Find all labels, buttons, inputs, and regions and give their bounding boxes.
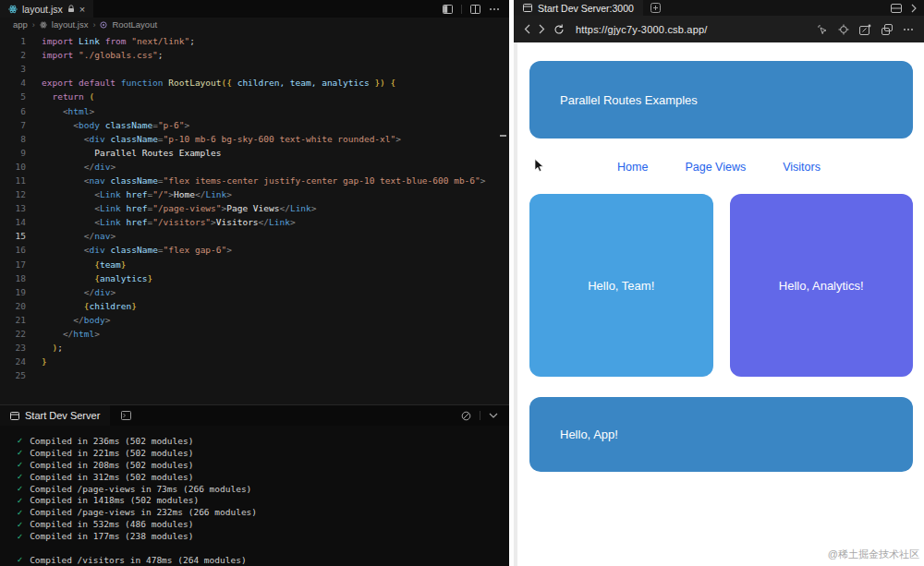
screenshot-icon[interactable] <box>859 24 871 35</box>
code-line: 4export default function RootLayout({ ch… <box>0 76 509 90</box>
browser-window-icon <box>523 4 532 12</box>
clear-terminal-icon[interactable] <box>461 411 471 421</box>
code-text: {team} <box>42 259 127 270</box>
code-line: 19 </div> <box>0 285 509 299</box>
line-number: 14 <box>0 217 26 227</box>
preview-tabbar: Start Dev Server:3000 <box>514 0 924 16</box>
line-number: 19 <box>0 287 26 297</box>
refresh-icon[interactable] <box>553 24 565 35</box>
chevron-right-icon: › <box>32 20 35 30</box>
terminal-line: ✓Compiled in 177ms (238 modules) <box>17 530 509 542</box>
terminal-tab-shell[interactable] <box>110 405 142 426</box>
code-text: </html> <box>42 329 100 339</box>
new-tab-button[interactable] <box>643 0 668 16</box>
terminal-text: Compiled in 312ms (502 modules) <box>30 472 193 482</box>
more-menu-icon[interactable] <box>903 28 914 31</box>
divider <box>480 411 480 420</box>
line-number: 4 <box>0 78 26 88</box>
line-number: 20 <box>0 301 26 311</box>
team-card: Hello, Team! <box>529 194 713 377</box>
terminal-output[interactable]: ✓Compiled in 236ms (502 modules)✓Compile… <box>0 426 509 566</box>
split-preview-icon[interactable] <box>891 4 902 13</box>
chevron-right-icon: › <box>92 20 95 30</box>
duplicate-icon[interactable] <box>881 24 893 35</box>
terminal-text: Compiled in 1418ms (502 modules) <box>30 495 199 505</box>
code-line: 20 {children} <box>0 299 509 313</box>
terminal-tab-dev-server[interactable]: Start Dev Server <box>0 405 110 426</box>
code-text: <Link href="/visitors">Visitors</Link> <box>42 217 296 227</box>
url-field[interactable]: https://gjyc7y-3000.csb.app/ <box>573 24 808 35</box>
crosshair-icon[interactable] <box>838 24 849 35</box>
chevron-down-icon[interactable] <box>489 413 498 418</box>
code-text: </nav> <box>42 231 116 241</box>
code-text: <Link href="/">Home</Link> <box>42 189 232 199</box>
tab-layout-jsx[interactable]: layout.jsx × <box>0 0 93 18</box>
line-number: 2 <box>0 50 26 60</box>
line-number: 22 <box>0 329 26 339</box>
terminal-text: Compiled in 236ms (502 modules) <box>30 436 193 446</box>
code-line: 12 <Link href="/">Home</Link> <box>0 187 509 201</box>
code-text: export default function RootLayout({ chi… <box>42 78 395 88</box>
hero-title: Parallel Routes Examples <box>560 93 698 107</box>
line-number: 1 <box>0 36 26 46</box>
code-line: 17 {team} <box>0 258 509 271</box>
breadcrumb-file[interactable]: layout.jsx <box>52 19 89 30</box>
preview-tab-label: Start Dev Server:3000 <box>538 3 634 14</box>
inspect-pointer-icon[interactable] <box>817 24 828 35</box>
toggle-sidebar-icon[interactable] <box>443 5 453 14</box>
code-line: 25 <box>0 368 509 382</box>
check-icon: ✓ <box>17 472 23 481</box>
react-file-icon <box>8 5 18 14</box>
editor-panel: layout.jsx × <box>0 0 509 566</box>
line-number: 9 <box>0 148 26 158</box>
code-text: import Link from "next/link"; <box>42 36 195 46</box>
code-line: 18 {analytics} <box>0 271 509 285</box>
line-number: 11 <box>0 175 26 186</box>
forward-icon[interactable] <box>539 24 545 34</box>
check-icon: ✓ <box>17 555 23 564</box>
check-icon: ✓ <box>17 508 23 517</box>
check-icon: ✓ <box>17 532 23 541</box>
scrollbar-track[interactable] <box>514 42 517 566</box>
terminal-text: Compiled /page-views in 232ms (266 modul… <box>30 507 257 517</box>
more-actions-icon[interactable] <box>489 7 500 11</box>
code-text: Parallel Routes Examples <box>42 148 221 158</box>
code-line: 9 Parallel Routes Examples <box>0 146 509 160</box>
mouse-cursor <box>534 159 545 174</box>
team-card-text: Hello, Team! <box>588 279 654 293</box>
code-text: {analytics} <box>42 273 152 283</box>
back-icon[interactable] <box>524 24 530 34</box>
breadcrumb-root[interactable]: app <box>13 19 28 30</box>
chevron-right-icon[interactable] <box>911 4 917 13</box>
nav-link-visitors[interactable]: Visitors <box>783 161 821 174</box>
app-card-text: Hello, App! <box>560 428 618 441</box>
preview-tab[interactable]: Start Dev Server:3000 <box>514 0 643 16</box>
split-editor-icon[interactable] <box>470 5 480 14</box>
nav-link-page-views[interactable]: Page Views <box>685 161 746 174</box>
terminal-line: ✓Compiled /visitors in 478ms (264 module… <box>17 554 509 566</box>
close-tab-icon[interactable]: × <box>79 4 85 15</box>
line-number: 10 <box>0 162 26 172</box>
codesandbox-window: layout.jsx × <box>0 0 924 566</box>
code-text: </body> <box>42 315 110 325</box>
breadcrumb[interactable]: app › layout.jsx › RootLayout <box>0 18 509 31</box>
check-icon: ✓ <box>17 496 23 505</box>
analytics-card-text: Hello, Analytics! <box>779 279 864 293</box>
breadcrumb-symbol[interactable]: RootLayout <box>112 19 157 30</box>
code-line: 15 </nav> <box>0 229 509 243</box>
nav-link-home[interactable]: Home <box>617 161 648 174</box>
toolbar-actions <box>817 24 914 35</box>
plus-icon <box>650 3 661 13</box>
editor-window-controls <box>443 0 509 18</box>
line-number: 17 <box>0 259 26 270</box>
code-editor[interactable]: 1import Link from "next/link";2import ".… <box>0 31 509 404</box>
code-line: 5 return ( <box>0 90 509 103</box>
check-icon: ✓ <box>17 436 23 445</box>
terminal-line: ✓Compiled in 532ms (486 modules) <box>17 518 509 530</box>
code-line: 16 <div className="flex gap-6"> <box>0 243 509 257</box>
code-line: 8 <div className="p-10 mb-6 bg-sky-600 t… <box>0 132 509 146</box>
terminal-line <box>17 542 509 554</box>
line-number: 24 <box>0 356 26 367</box>
code-text: ); <box>42 343 63 353</box>
line-number: 8 <box>0 134 26 144</box>
